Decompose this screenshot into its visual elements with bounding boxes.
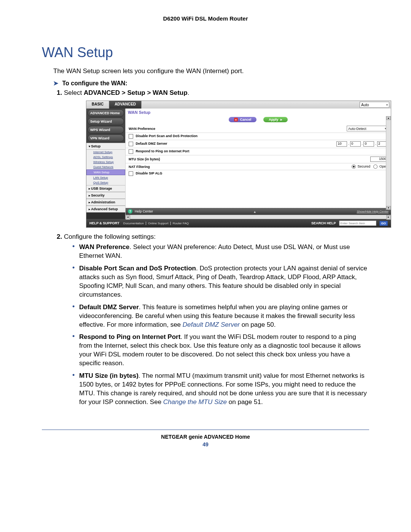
router-screenshot: BASIC ADVANCED Auto ▾ ADVANCED Home Setu… [86,101,391,228]
horizontal-scrollbar[interactable]: ◂ ▸ [126,215,391,219]
bullet-respond-ping: Respond to Ping on Internet Port. If you… [72,333,369,368]
chevron-up-icon[interactable]: ▴ [155,209,354,214]
row-nat-filtering: NAT Filtering Secured Open [126,163,391,170]
sidebar-section-administration[interactable]: Administration [86,199,125,206]
help-support-label: HELP & SUPPORT [89,221,119,225]
disable-dos-checkbox[interactable] [129,134,133,139]
sidebar-section-security[interactable]: Security [86,192,125,199]
scroll-down-icon[interactable]: ▾ [386,206,391,210]
chevron-down-icon: ▾ [386,103,388,107]
link-router-faq[interactable]: Router FAQ [173,222,189,225]
dmz-ip-1[interactable]: 10 [336,141,347,147]
b-dmz-bold: Default DMZ Server [79,304,139,311]
help-center-label: Help Center [135,209,153,213]
row-wan-preference: WAN Preference Auto-Detect ▾ [126,125,391,133]
footer-rule [42,430,369,430]
section-title: WAN Setup [42,45,369,61]
cancel-button[interactable]: × Cancel [229,117,257,122]
default-dmz-label: Default DMZ Server [136,142,167,145]
vertical-scrollbar[interactable]: ▴ ▾ [386,116,391,210]
dmz-ip-3[interactable]: 0 [363,141,374,147]
dmz-ip-2[interactable]: 0 [350,141,361,147]
arrow-right-icon: ▸ [280,118,282,121]
link-documentation[interactable]: Documentation [123,222,144,225]
step-2: Configure the following settings: WAN Pr… [64,233,369,407]
tab-advanced[interactable]: ADVANCED [109,101,142,109]
support-bar: HELP & SUPPORT Documentation | Online Su… [86,219,391,227]
mtu-input[interactable]: 1500 [370,157,388,162]
wan-preference-select[interactable]: Auto-Detect ▾ [347,126,388,131]
disable-sip-checkbox[interactable] [129,171,133,176]
sidebar-sub-internet-setup[interactable]: Internet Setup [86,150,125,155]
b-ping-bold: Respond to Ping on Internet Port [79,333,180,340]
show-hide-help-link[interactable]: Show/Hide Help Center [357,210,389,213]
link-change-mtu-size[interactable]: Change the MTU Size [163,398,227,406]
wan-preference-label: WAN Preference [129,127,155,131]
search-go-button[interactable]: GO [379,221,388,226]
footer-text: NETGEAR genie ADVANCED Home [42,434,369,440]
b-mtu-bold: MTU Size (in bytes) [79,372,139,379]
link-default-dmz-server[interactable]: Default DMZ Server [183,321,240,328]
wan-preference-value: Auto-Detect [348,127,366,131]
sidebar-sub-guest-network[interactable]: Guest Network [86,165,125,169]
procedure-heading: ➤ To configure the WAN: [53,80,369,87]
cancel-label: Cancel [240,118,252,121]
nat-secured-radio[interactable] [352,165,356,169]
help-center-bar[interactable]: ? Help Center ▴ Show/Hide Help Center [126,208,391,215]
nat-options: Secured Open [349,165,388,169]
support-links: Documentation | Online Support | Router … [123,221,190,225]
apply-button[interactable]: Apply ▸ [263,117,288,122]
nat-open-radio[interactable] [373,165,378,169]
pane-title: WAN Setup [126,109,391,116]
sidebar-item-vpn-wizard[interactable]: VPN Wizard [88,134,124,142]
sidebar-sub-adsl-settings[interactable]: ADSL Settings [86,155,125,160]
scroll-left-icon[interactable]: ◂ [126,215,130,220]
respond-ping-label: Respond to Ping on Internet Port [136,149,190,153]
scroll-right-icon[interactable]: ▸ [386,215,391,220]
sidebar-section-usb-storage[interactable]: USB Storage [86,185,125,192]
search-help-input[interactable]: Enter Search Item [339,220,376,226]
nat-secured-label: Secured [357,165,370,168]
apply-label: Apply [269,118,278,121]
mtu-label: MTU Size (in bytes) [129,157,160,161]
sidebar-item-setup-wizard[interactable]: Setup Wizard [88,118,124,125]
row-disable-dos: Disable Port Scan and DoS Protection [126,133,391,140]
disable-sip-label: Disable SIP ALG [136,172,162,176]
bullet-wan-preference: WAN Preference. Select your WAN preferen… [72,243,369,260]
step2-text: Configure the following settings: [64,233,156,240]
row-mtu: MTU Size (in bytes) 1500 [126,155,391,163]
b-wanpref-bold: WAN Preference [79,243,129,251]
arrow-icon: ➤ [53,80,58,86]
tab-row: BASIC ADVANCED Auto ▾ [86,101,391,109]
b-mtu-text2: on page 51. [227,398,263,406]
search-help-label: SEARCH HELP [311,221,336,225]
content-pane: ▴ ▾ WAN Setup × Cancel Apply ▸ [125,109,391,219]
sidebar-sub-lan-setup[interactable]: LAN Setup [86,175,125,180]
close-icon: × [234,118,238,121]
step1-path: ADVANCED > Setup > WAN Setup [84,89,188,96]
bullet-mtu-size: MTU Size (in bytes). The normal MTU (max… [72,372,369,407]
lang-select[interactable]: Auto ▾ [360,102,389,108]
tab-basic[interactable]: BASIC [86,101,109,109]
help-icon: ? [128,209,132,214]
bullet-disable-dos: Disable Port Scan and DoS Protection. Do… [72,264,369,299]
step1-suffix: . [188,89,190,96]
sidebar-item-advanced-home[interactable]: ADVANCED Home [88,109,124,117]
row-default-dmz: Default DMZ Server 10 . 0 . 0 . 2 [126,140,391,148]
step1-prefix: Select [64,89,84,96]
scroll-up-icon[interactable]: ▴ [386,116,391,120]
default-dmz-checkbox[interactable] [129,142,133,146]
button-row: × Cancel Apply ▸ [126,116,391,125]
sidebar-sub-wan-setup[interactable]: WAN Setup [86,169,125,175]
sidebar-section-advanced-setup[interactable]: Advanced Setup [86,206,125,212]
sidebar-sub-wireless-setup[interactable]: Wireless Setup [86,160,125,165]
link-online-support[interactable]: Online Support [148,222,168,225]
respond-ping-checkbox[interactable] [129,149,133,154]
bullet-default-dmz: Default DMZ Server. This feature is some… [72,303,369,329]
sidebar-sub-qos-setup[interactable]: QoS Setup [86,180,125,185]
sidebar-item-wps-wizard[interactable]: WPS Wizard [88,126,124,134]
nat-filtering-label: NAT Filtering [129,165,150,169]
sidebar-section-setup[interactable]: Setup [86,143,125,150]
doc-header: D6200 WiFi DSL Modem Router [42,15,369,22]
disable-dos-label: Disable Port Scan and DoS Protection [136,134,198,138]
